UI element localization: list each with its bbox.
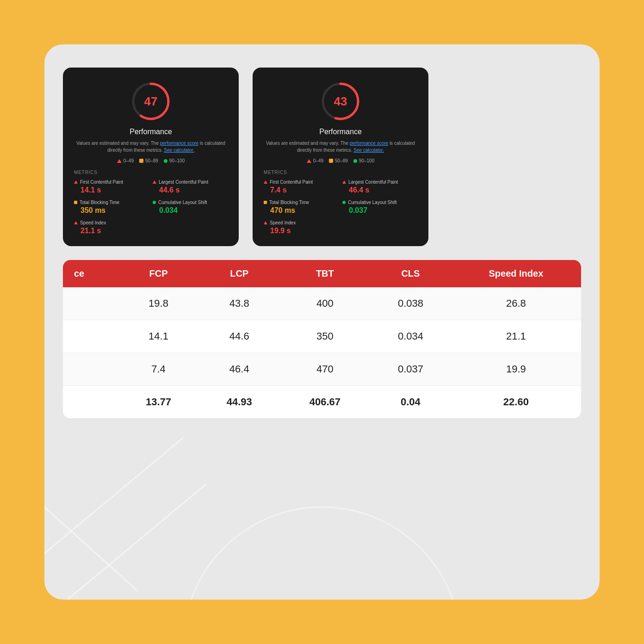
- score-2: 43: [334, 94, 347, 109]
- tbt-icon-1: [74, 201, 77, 204]
- fcp-label-1: First Contentful Paint: [80, 180, 123, 185]
- legend-poor-2: 0–49: [307, 158, 323, 163]
- table-cell-2-0: [63, 353, 118, 386]
- si-icon-1: [74, 221, 78, 224]
- metric-lcp-1: Largest Contentful Paint 44.6 s: [153, 180, 228, 194]
- table-cell-0-1: 19.8: [118, 287, 199, 320]
- lcp-label-1: Largest Contentful Paint: [159, 180, 208, 185]
- legend-good-2: 90–100: [353, 158, 374, 163]
- metric-lcp-2: Largest Contentful Paint 46.4 s: [342, 180, 417, 194]
- metric-tbt-2: Total Blocking Time 470 ms: [264, 200, 339, 215]
- content-area: 47 Performance Values are estimated and …: [63, 63, 581, 600]
- table-cell-3-4: 0.04: [370, 386, 451, 419]
- lighthouse-card-1: 47 Performance Values are estimated and …: [63, 68, 239, 246]
- table-cell-3-2: 44.93: [199, 386, 280, 419]
- table-cell-3-3: 406.67: [280, 386, 370, 419]
- table-cell-1-5: 21.1: [451, 320, 581, 353]
- table-cell-2-2: 46.4: [199, 353, 280, 386]
- tbt-label-1: Total Blocking Time: [80, 200, 119, 205]
- tbt-value-2: 470 ms: [270, 206, 339, 215]
- score-circle-container-1: 47: [74, 80, 228, 122]
- metrics-grid-2: First Contentful Paint 7.4 s Largest Con…: [264, 180, 417, 235]
- card1-link2[interactable]: See calculator.: [164, 148, 194, 153]
- table-cell-1-1: 14.1: [118, 320, 199, 353]
- metrics-grid-1: First Contentful Paint 14.1 s Largest Co…: [74, 180, 228, 235]
- si-label-1: Speed Index: [80, 220, 106, 225]
- legend-good-icon-2: [353, 159, 357, 163]
- table-cell-1-3: 350: [280, 320, 370, 353]
- tbt-value-1: 350 ms: [80, 206, 149, 215]
- card1-link1[interactable]: performance score: [160, 141, 198, 146]
- legend-good-1: 90–100: [164, 158, 185, 163]
- score-circle-2: 43: [320, 80, 361, 122]
- table-cell-2-3: 470: [280, 353, 370, 386]
- th-speed-index: Speed Index: [451, 260, 581, 287]
- tbt-icon-2: [264, 201, 267, 204]
- th-fcp: FCP: [118, 260, 199, 287]
- metric-cls-1: Cumulative Layout Shift 0.034: [153, 200, 228, 215]
- metric-si-2: Speed Index 19.9 s: [264, 220, 339, 235]
- card1-subtitle: Values are estimated and may vary. The p…: [74, 140, 228, 154]
- cls-label-1: Cumulative Layout Shift: [158, 200, 207, 205]
- table-cell-3-0: [63, 386, 118, 419]
- th-lcp: LCP: [199, 260, 280, 287]
- fcp-icon-1: [74, 180, 78, 184]
- main-card: 47 Performance Values are estimated and …: [44, 44, 600, 600]
- metrics-label-2: METRICS: [264, 170, 417, 175]
- card1-title: Performance: [74, 128, 228, 136]
- legend-avg-2: 50–89: [329, 158, 348, 163]
- legend-avg-icon-1: [139, 159, 143, 163]
- score-circle-1: 47: [130, 80, 172, 122]
- card2-link1[interactable]: performance score: [350, 141, 388, 146]
- tbt-label-2: Total Blocking Time: [269, 200, 309, 205]
- legend-poor-icon-2: [307, 159, 311, 163]
- data-table-wrapper: ce FCP LCP TBT CLS Speed Index 19.843.84…: [63, 260, 581, 418]
- cls-value-2: 0.037: [349, 206, 417, 215]
- score-circle-container-2: 43: [264, 80, 417, 122]
- table-cell-0-0: [63, 287, 118, 320]
- fcp-label-2: First Contentful Paint: [270, 180, 313, 185]
- table-header-row: ce FCP LCP TBT CLS Speed Index: [63, 260, 581, 287]
- score-1: 47: [144, 94, 158, 109]
- legend-poor-1: 0–49: [117, 158, 134, 163]
- table-cell-2-1: 7.4: [118, 353, 199, 386]
- metric-fcp-1: First Contentful Paint 14.1 s: [74, 180, 149, 194]
- table-cell-0-2: 43.8: [199, 287, 280, 320]
- lcp-value-2: 46.4 s: [349, 186, 417, 194]
- table-cell-2-5: 19.9: [451, 353, 581, 386]
- table-row: 19.843.84000.03826.8: [63, 287, 581, 320]
- metrics-table: ce FCP LCP TBT CLS Speed Index 19.843.84…: [63, 260, 581, 418]
- legend-avg-1: 50–89: [139, 158, 158, 163]
- metric-tbt-1: Total Blocking Time 350 ms: [74, 200, 149, 215]
- table-row: 13.7744.93406.670.0422.60: [63, 386, 581, 419]
- cls-label-2: Cumulative Layout Shift: [348, 200, 397, 205]
- card1-legend: 0–49 50–89 90–100: [74, 158, 228, 163]
- lcp-icon-1: [153, 180, 156, 184]
- cls-icon-1: [153, 201, 156, 204]
- cls-value-1: 0.034: [159, 206, 228, 215]
- legend-good-icon-1: [164, 159, 167, 163]
- card2-link2[interactable]: See calculator.: [353, 148, 384, 153]
- table-cell-1-0: [63, 320, 118, 353]
- lcp-value-1: 44.6 s: [159, 186, 228, 194]
- table-cell-0-5: 26.8: [451, 287, 581, 320]
- metric-si-1: Speed Index 21.1 s: [74, 220, 149, 235]
- cls-icon-2: [342, 201, 346, 204]
- table-cell-2-4: 0.037: [370, 353, 451, 386]
- si-label-2: Speed Index: [270, 220, 296, 225]
- lighthouse-cards-row: 47 Performance Values are estimated and …: [63, 63, 581, 246]
- table-cell-1-4: 0.034: [370, 320, 451, 353]
- card2-legend: 0–49 50–89 90–100: [264, 158, 417, 163]
- card2-subtitle: Values are estimated and may vary. The p…: [264, 140, 417, 154]
- metric-cls-2: Cumulative Layout Shift 0.037: [342, 200, 417, 215]
- fcp-value-1: 14.1 s: [80, 186, 149, 194]
- fcp-value-2: 7.4 s: [270, 186, 339, 194]
- lighthouse-card-2: 43 Performance Values are estimated and …: [253, 68, 428, 246]
- si-value-1: 21.1 s: [80, 227, 149, 235]
- si-icon-2: [264, 221, 267, 224]
- table-cell-3-5: 22.60: [451, 386, 581, 419]
- th-cls: CLS: [370, 260, 451, 287]
- table-cell-0-4: 0.038: [370, 287, 451, 320]
- th-performance: ce: [63, 260, 118, 287]
- legend-poor-icon-1: [117, 159, 122, 163]
